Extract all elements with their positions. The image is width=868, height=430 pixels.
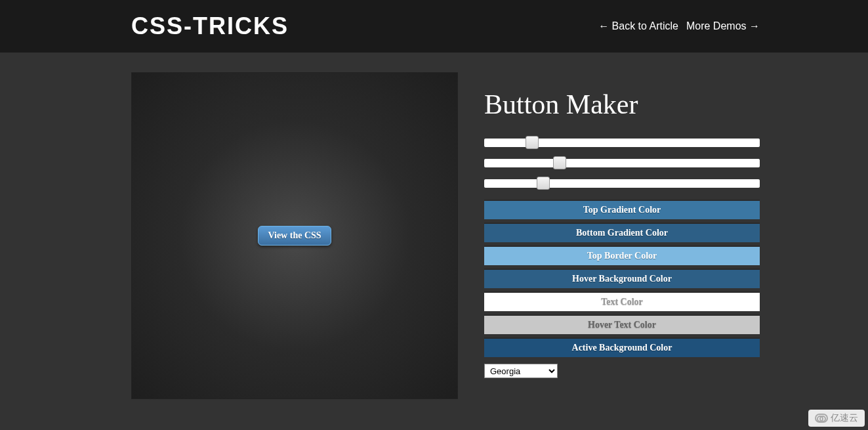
preview-panel: View the CSS [131,72,458,399]
font-select[interactable]: Georgia [484,364,558,378]
slider-handle-1[interactable] [553,156,566,169]
nav-links: ← Back to Article More Demos → [598,20,760,32]
color-button-6[interactable]: Active Background Color [484,337,760,357]
slider-2[interactable] [484,179,760,188]
watermark-icon [815,414,828,423]
color-button-0[interactable]: Top Gradient Color [484,200,760,219]
logo: CSS-TRICKS [131,12,289,40]
watermark: 亿速云 [808,410,865,427]
color-button-3[interactable]: Hover Background Color [484,269,760,288]
controls-panel: Button Maker Top Gradient ColorBottom Gr… [484,72,760,399]
slider-1[interactable] [484,159,760,167]
view-css-button[interactable]: View the CSS [258,226,331,246]
color-button-1[interactable]: Bottom Gradient Color [484,223,760,242]
color-buttons-group: Top Gradient ColorBottom Gradient ColorT… [484,200,760,357]
sliders-group [484,139,760,188]
back-to-article-link[interactable]: ← Back to Article [598,20,678,32]
color-button-4[interactable]: Text Color [484,291,760,311]
watermark-text: 亿速云 [831,412,858,424]
main: View the CSS Button Maker Top Gradient C… [0,53,868,399]
slider-0[interactable] [484,139,760,147]
color-button-5[interactable]: Hover Text Color [484,314,760,334]
header: CSS-TRICKS ← Back to Article More Demos … [0,0,868,53]
slider-handle-2[interactable] [537,177,550,190]
color-button-2[interactable]: Top Border Color [484,246,760,265]
slider-handle-0[interactable] [526,136,539,149]
page-title: Button Maker [484,89,760,120]
more-demos-link[interactable]: More Demos → [686,20,760,32]
